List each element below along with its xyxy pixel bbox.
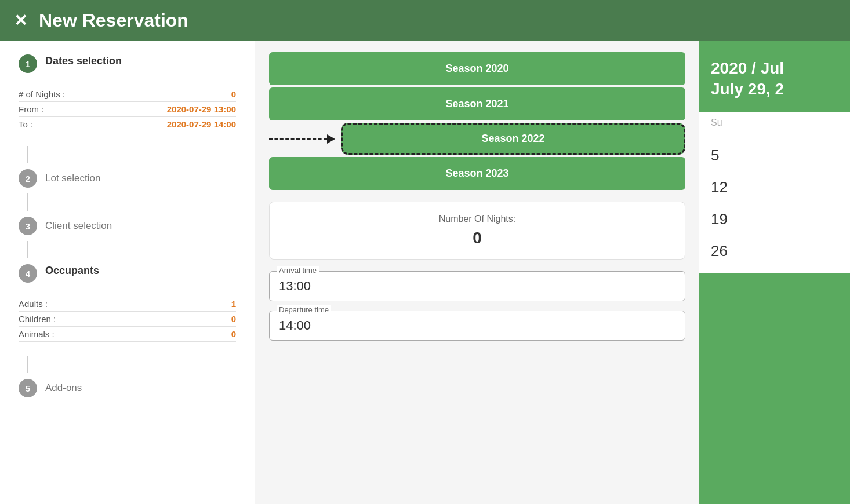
middle-content: Season 2020 Season 2021 Season 2022 Seas… <box>255 41 699 504</box>
step-1-dates: 1 Dates selection # of Nights : 0 From :… <box>19 54 236 132</box>
sidebar: 1 Dates selection # of Nights : 0 From :… <box>0 41 255 504</box>
animals-field-row: Animals : 0 <box>19 327 236 342</box>
arrow-head-icon <box>327 134 335 144</box>
to-field-row: To : 2020-07-29 14:00 <box>19 117 236 132</box>
departure-time-field[interactable]: Departure time 14:00 <box>269 311 685 341</box>
step-3-label: Client selection <box>45 220 112 232</box>
step-4-occupants: 4 Occupants Adults : 1 Children : 0 Anim… <box>19 264 236 342</box>
dashed-line <box>269 138 327 140</box>
step-5-label: Add-ons <box>45 382 82 394</box>
divider-4 <box>27 356 28 373</box>
children-value: 0 <box>231 314 236 324</box>
from-field-row: From : 2020-07-29 13:00 <box>19 102 236 117</box>
nights-label: # of Nights : <box>19 89 65 99</box>
divider-1 <box>27 146 28 163</box>
calendar-number-19: 19 <box>711 203 838 235</box>
nights-value: 0 <box>231 89 236 99</box>
close-button[interactable]: ✕ <box>14 11 27 30</box>
departure-time-value: 14:00 <box>279 318 675 333</box>
step-2-indicator: 2 Lot selection <box>19 169 236 188</box>
to-value: 2020-07-29 14:00 <box>167 119 236 129</box>
adults-value: 1 <box>231 299 236 309</box>
departure-time-label: Departure time <box>277 305 331 314</box>
animals-value: 0 <box>231 329 236 339</box>
calendar-day-header: Su <box>699 112 850 134</box>
occupants-title: Occupants <box>45 265 99 277</box>
calendar-number-12: 12 <box>711 171 838 203</box>
children-label: Children : <box>19 314 56 324</box>
season-2022-row: Season 2022 <box>269 123 685 155</box>
nights-field-row: # of Nights : 0 <box>19 87 236 102</box>
children-field-row: Children : 0 <box>19 312 236 327</box>
season-2023-button[interactable]: Season 2023 <box>269 157 685 190</box>
step-1-circle: 1 <box>19 54 37 73</box>
calendar-year-month: 2020 / Jul <box>711 58 838 79</box>
adults-label: Adults : <box>19 299 48 309</box>
season-2021-button[interactable]: Season 2021 <box>269 87 685 120</box>
calendar-number-5: 5 <box>711 140 838 171</box>
step-2-circle: 2 <box>19 169 37 188</box>
season-2020-button[interactable]: Season 2020 <box>269 52 685 85</box>
step-3-circle: 3 <box>19 217 37 235</box>
adults-field-row: Adults : 1 <box>19 297 236 312</box>
step-1-indicator: 1 Dates selection <box>19 54 236 73</box>
divider-3 <box>27 241 28 258</box>
from-value: 2020-07-29 13:00 <box>167 104 236 114</box>
step-4-indicator: 4 Occupants <box>19 264 236 283</box>
nights-box-value: 0 <box>281 229 673 247</box>
main-layout: 1 Dates selection # of Nights : 0 From :… <box>0 41 850 504</box>
step-5-indicator: 5 Add-ons <box>19 379 236 397</box>
step-5-circle: 5 <box>19 379 37 397</box>
calendar-number-26: 26 <box>711 235 838 267</box>
nights-summary-box: Number Of Nights: 0 <box>269 202 685 260</box>
season-buttons-container: Season 2020 Season 2021 Season 2022 Seas… <box>269 52 685 190</box>
calendar-panel: 2020 / Jul July 29, 2 Su 5 12 19 26 <box>699 41 850 504</box>
animals-label: Animals : <box>19 329 55 339</box>
arrival-time-label: Arrival time <box>277 266 319 275</box>
calendar-numbers: 5 12 19 26 <box>699 134 850 273</box>
calendar-header: 2020 / Jul July 29, 2 <box>699 41 850 112</box>
from-label: From : <box>19 104 43 114</box>
app-header: ✕ New Reservation <box>0 0 850 41</box>
calendar-date-line: July 29, 2 <box>711 79 838 100</box>
divider-2 <box>27 193 28 211</box>
step-4-circle: 4 <box>19 264 37 283</box>
step-2-label: Lot selection <box>45 173 100 184</box>
page-title: New Reservation <box>39 10 188 31</box>
step-3-indicator: 3 Client selection <box>19 217 236 235</box>
dates-selection-title: Dates selection <box>45 55 122 67</box>
arrival-time-field[interactable]: Arrival time 13:00 <box>269 271 685 301</box>
nights-box-label: Number Of Nights: <box>281 214 673 224</box>
arrival-time-value: 13:00 <box>279 279 675 294</box>
to-label: To : <box>19 119 32 129</box>
season-2022-button[interactable]: Season 2022 <box>341 123 685 155</box>
dashed-arrow-indicator <box>269 134 335 144</box>
